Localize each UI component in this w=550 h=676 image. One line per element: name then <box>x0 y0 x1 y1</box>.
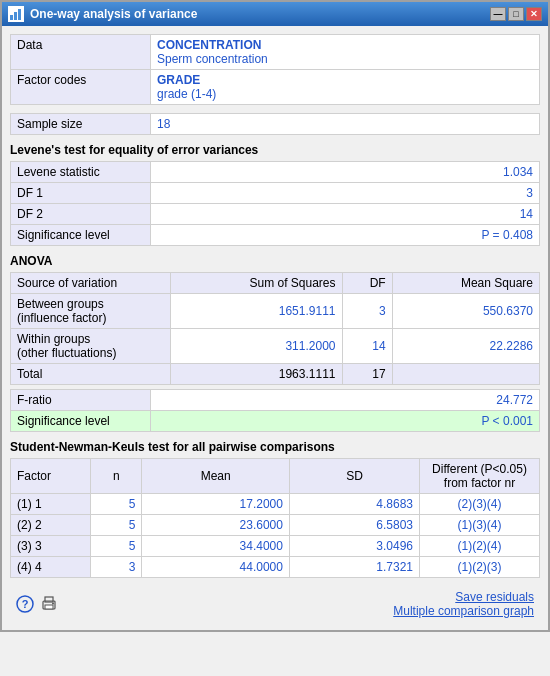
levene-section-title: Levene's test for equality of error vari… <box>10 143 540 157</box>
fratio-sig-value: P < 0.001 <box>151 411 540 432</box>
content-area: Data CONCENTRATION Sperm concentration F… <box>2 26 548 630</box>
snk-n-4: 3 <box>91 557 142 578</box>
between-df: 3 <box>342 294 392 329</box>
df1-value: 3 <box>151 183 540 204</box>
window-icon <box>8 6 24 22</box>
save-residuals-link[interactable]: Save residuals <box>393 590 534 604</box>
snk-mean-2: 23.6000 <box>142 515 289 536</box>
anova-between-row: Between groups(influence factor) 1651.91… <box>11 294 540 329</box>
info-table: Data CONCENTRATION Sperm concentration F… <box>10 34 540 105</box>
anova-total-row: Total 1963.1111 17 <box>11 364 540 385</box>
snk-sd-1: 4.8683 <box>289 494 419 515</box>
svg-rect-1 <box>14 12 17 20</box>
snk-factor-1: (1) 1 <box>11 494 91 515</box>
levene-stat-row: Levene statistic 1.034 <box>11 162 540 183</box>
svg-rect-7 <box>45 605 53 609</box>
minimize-button[interactable]: — <box>490 7 506 21</box>
sample-value: 18 <box>151 114 540 135</box>
levene-stat-value: 1.034 <box>151 162 540 183</box>
df1-label: DF 1 <box>11 183 151 204</box>
close-button[interactable]: ✕ <box>526 7 542 21</box>
sample-row: Sample size 18 <box>11 114 540 135</box>
anova-col-df: DF <box>342 273 392 294</box>
between-meansq: 550.6370 <box>392 294 539 329</box>
snk-diff-1: (2)(3)(4) <box>420 494 540 515</box>
levene-table: Levene statistic 1.034 DF 1 3 DF 2 14 Si… <box>10 161 540 246</box>
anova-table: Source of variation Sum of Squares DF Me… <box>10 272 540 385</box>
title-bar: One-way analysis of variance — □ ✕ <box>2 2 548 26</box>
snk-sd-2: 6.5803 <box>289 515 419 536</box>
snk-row-2: (2) 2 5 23.6000 6.5803 (1)(3)(4) <box>11 515 540 536</box>
within-source: Within groups(other fluctuations) <box>11 329 171 364</box>
snk-diff-3: (1)(2)(4) <box>420 536 540 557</box>
df2-value: 14 <box>151 204 540 225</box>
fratio-row: F-ratio 24.772 <box>11 390 540 411</box>
snk-header-row: Factor n Mean SD Different (P<0.05)from … <box>11 459 540 494</box>
svg-rect-0 <box>10 15 13 20</box>
snk-col-sd: SD <box>289 459 419 494</box>
anova-col-meansq: Mean Square <box>392 273 539 294</box>
snk-factor-4: (4) 4 <box>11 557 91 578</box>
snk-diff-4: (1)(2)(3) <box>420 557 540 578</box>
total-source: Total <box>11 364 171 385</box>
snk-row-1: (1) 1 5 17.2000 4.8683 (2)(3)(4) <box>11 494 540 515</box>
df1-row: DF 1 3 <box>11 183 540 204</box>
snk-mean-4: 44.0000 <box>142 557 289 578</box>
anova-col-source: Source of variation <box>11 273 171 294</box>
fratio-sig-label: Significance level <box>11 411 151 432</box>
levene-sig-label: Significance level <box>11 225 151 246</box>
window-controls: — □ ✕ <box>490 7 542 21</box>
help-icon[interactable]: ? <box>16 595 34 613</box>
levene-sig-row: Significance level P = 0.408 <box>11 225 540 246</box>
df2-row: DF 2 14 <box>11 204 540 225</box>
data-row: Data CONCENTRATION Sperm concentration <box>11 35 540 70</box>
snk-diff-2: (1)(3)(4) <box>420 515 540 536</box>
sample-label: Sample size <box>11 114 151 135</box>
data-value: CONCENTRATION Sperm concentration <box>151 35 540 70</box>
comparison-graph-link[interactable]: Multiple comparison graph <box>393 604 534 618</box>
footer-icons: ? <box>16 595 58 613</box>
levene-stat-label: Levene statistic <box>11 162 151 183</box>
total-sumsq: 1963.1111 <box>171 364 343 385</box>
anova-header-row: Source of variation Sum of Squares DF Me… <box>11 273 540 294</box>
sperm-concentration-value: Sperm concentration <box>157 52 268 66</box>
fratio-value: 24.772 <box>151 390 540 411</box>
fratio-sig-row: Significance level P < 0.001 <box>11 411 540 432</box>
fratio-label: F-ratio <box>11 390 151 411</box>
snk-factor-2: (2) 2 <box>11 515 91 536</box>
grade-value: GRADE <box>157 73 200 87</box>
snk-n-3: 5 <box>91 536 142 557</box>
snk-col-diff: Different (P<0.05)from factor nr <box>420 459 540 494</box>
snk-mean-3: 34.4000 <box>142 536 289 557</box>
total-df: 17 <box>342 364 392 385</box>
factor-value: GRADE grade (1-4) <box>151 70 540 105</box>
concentration-value: CONCENTRATION <box>157 38 261 52</box>
restore-button[interactable]: □ <box>508 7 524 21</box>
within-meansq: 22.2286 <box>392 329 539 364</box>
levene-sig-value: P = 0.408 <box>151 225 540 246</box>
snk-section-title: Student-Newman-Keuls test for all pairwi… <box>10 440 540 454</box>
footer-links: Save residuals Multiple comparison graph <box>393 590 534 618</box>
svg-point-8 <box>52 603 54 605</box>
anova-within-row: Within groups(other fluctuations) 311.20… <box>11 329 540 364</box>
svg-text:?: ? <box>22 598 29 610</box>
grade-range-value: grade (1-4) <box>157 87 216 101</box>
total-meansq <box>392 364 539 385</box>
between-source: Between groups(influence factor) <box>11 294 171 329</box>
factor-label: Factor codes <box>11 70 151 105</box>
svg-rect-2 <box>18 9 21 20</box>
snk-n-1: 5 <box>91 494 142 515</box>
snk-row-3: (3) 3 5 34.4000 3.0496 (1)(2)(4) <box>11 536 540 557</box>
snk-mean-1: 17.2000 <box>142 494 289 515</box>
snk-sd-4: 1.7321 <box>289 557 419 578</box>
snk-col-factor: Factor <box>11 459 91 494</box>
snk-sd-3: 3.0496 <box>289 536 419 557</box>
footer: ? Save residuals Multiple comparison gra… <box>10 586 540 622</box>
within-sumsq: 311.2000 <box>171 329 343 364</box>
print-icon[interactable] <box>40 595 58 613</box>
snk-factor-3: (3) 3 <box>11 536 91 557</box>
within-df: 14 <box>342 329 392 364</box>
snk-table: Factor n Mean SD Different (P<0.05)from … <box>10 458 540 578</box>
fratio-table: F-ratio 24.772 Significance level P < 0.… <box>10 389 540 432</box>
anova-section-title: ANOVA <box>10 254 540 268</box>
